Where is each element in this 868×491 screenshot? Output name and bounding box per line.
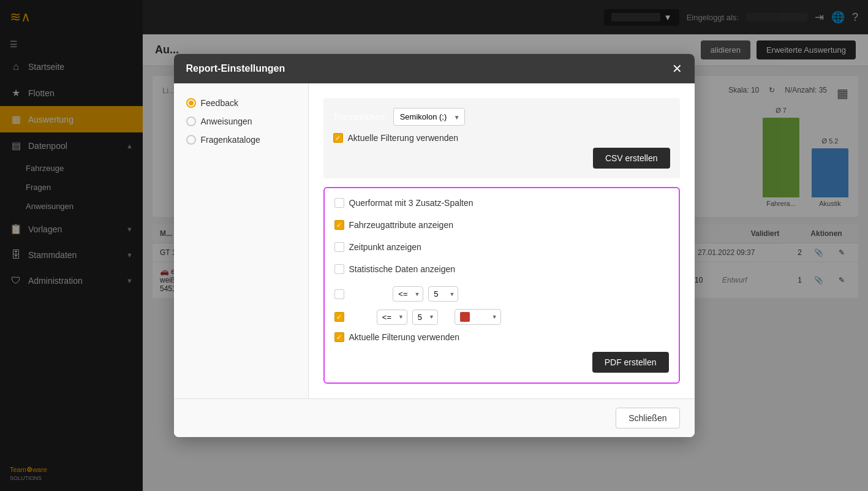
zeitpunkt-checkbox[interactable] — [334, 242, 344, 252]
modal-close-footer-button[interactable]: Schließen — [616, 408, 679, 428]
radio-circle-fragenkataloge — [186, 135, 196, 145]
modal-body: Feedback Anweisungen Fragenkataloge Tren… — [174, 83, 695, 398]
trennzeichen-label: Trennzeichen: — [333, 112, 387, 122]
modal-left-panel: Feedback Anweisungen Fragenkataloge — [174, 83, 309, 398]
csv-aktuelle-filter-row[interactable]: ✓ Aktuelle Filterung verwenden — [333, 133, 670, 143]
pdf-options: Querformat mit 3 Zusatz-Spalten ✓ Fahrze… — [334, 198, 669, 347]
radio-circle-feedback — [186, 98, 196, 108]
querformat-row[interactable]: Querformat mit 3 Zusatz-Spalten — [334, 198, 669, 208]
statistik-label: Statistische Daten anzeigen — [349, 264, 456, 274]
color-dot-red — [460, 312, 470, 322]
pdf-filter-row[interactable]: ✓ Aktuelle Filterung verwenden — [334, 332, 669, 342]
trennzeichen-select-wrapper: Semikolon (;) Komma (,) Tab — [393, 108, 465, 126]
noten-row: ✓ Noten <=>== 512346 — [334, 309, 669, 325]
querformat-label: Querformat mit 3 Zusatz-Spalten — [349, 198, 474, 208]
csv-section: Trennzeichen: Semikolon (;) Komma (,) Ta… — [323, 98, 680, 178]
nur-noten-label: Nur Noten — [349, 289, 388, 299]
modal-right-panel: Trennzeichen: Semikolon (;) Komma (,) Ta… — [309, 83, 695, 398]
radio-dot-feedback — [189, 101, 194, 105]
noten-checkbox[interactable]: ✓ — [334, 312, 344, 322]
modal-close-button[interactable]: ✕ — [672, 63, 682, 75]
radio-feedback[interactable]: Feedback — [186, 98, 296, 108]
noten-op-wrapper: <=>== — [377, 310, 407, 325]
color-chevron-icon: ▼ — [492, 314, 497, 320]
noten-in-label: in — [443, 312, 450, 322]
report-settings-modal: Report-Einstellungen ✕ Feedback Anweisun… — [174, 54, 695, 437]
noten-val-wrapper: 512346 — [412, 310, 438, 325]
querformat-checkbox[interactable] — [334, 198, 344, 208]
radio-fragenkataloge[interactable]: Fragenkataloge — [186, 135, 296, 145]
nur-noten-op-wrapper: <=>== — [393, 286, 423, 302]
pdf-create-button[interactable]: PDF erstellen — [592, 352, 669, 373]
noten-color-wrapper: Rot ▼ — [455, 309, 501, 325]
csv-filter-checkbox[interactable]: ✓ — [333, 133, 343, 143]
trennzeichen-row: Trennzeichen: Semikolon (;) Komma (,) Ta… — [333, 108, 670, 126]
csv-create-button[interactable]: CSV erstellen — [593, 148, 670, 169]
modal-footer: Schließen — [174, 398, 695, 437]
trennzeichen-select[interactable]: Semikolon (;) Komma (,) Tab — [393, 108, 465, 126]
zeitpunkt-row[interactable]: Zeitpunkt anzeigen — [334, 242, 669, 252]
modal-title: Report-Einstellungen — [186, 63, 285, 74]
nur-noten-val-wrapper: 51234678910 — [428, 286, 458, 302]
pdf-filter-checkbox[interactable]: ✓ — [334, 332, 344, 342]
noten-anzeigen-label: anzeigen — [506, 312, 541, 322]
radio-label-fragenkataloge: Fragenkataloge — [201, 135, 260, 145]
nur-noten-val-select[interactable]: 51234678910 — [428, 286, 458, 302]
fahrzeugattribute-row[interactable]: ✓ Fahrzeugattribute anzeigen — [334, 220, 669, 230]
pdf-section: Querformat mit 3 Zusatz-Spalten ✓ Fahrze… — [323, 187, 680, 384]
nur-noten-checkbox[interactable] — [334, 289, 344, 299]
noten-label: Noten — [349, 312, 372, 322]
radio-circle-anweisungen — [186, 116, 196, 126]
csv-filter-label: Aktuelle Filterung verwenden — [348, 133, 459, 143]
radio-anweisungen[interactable]: Anweisungen — [186, 116, 296, 126]
pdf-filter-label: Aktuelle Filterung verwenden — [349, 332, 460, 342]
fahrzeugattribute-label: Fahrzeugattribute anzeigen — [349, 220, 453, 230]
nur-noten-op-select[interactable]: <=>== — [393, 286, 423, 302]
csv-actions: CSV erstellen — [333, 148, 670, 169]
radio-label-feedback: Feedback — [201, 98, 238, 108]
noten-color-select[interactable]: Rot ▼ — [455, 309, 501, 325]
statistik-row[interactable]: Statistische Daten anzeigen — [334, 264, 669, 274]
fahrzeugattribute-checkbox[interactable]: ✓ — [334, 220, 344, 230]
radio-label-anweisungen: Anweisungen — [201, 116, 252, 126]
modal-overlay[interactable]: Report-Einstellungen ✕ Feedback Anweisun… — [0, 0, 868, 491]
noten-op-select[interactable]: <=>== — [377, 310, 407, 325]
pdf-actions: PDF erstellen — [334, 352, 669, 373]
zeitpunkt-label: Zeitpunkt anzeigen — [349, 242, 421, 252]
noten-val-select[interactable]: 512346 — [412, 310, 438, 325]
noten-color-label: Rot — [472, 312, 486, 322]
nur-noten-row: Nur Noten <=>== 51234678910 — [334, 286, 669, 302]
statistik-checkbox[interactable] — [334, 264, 344, 274]
modal-header: Report-Einstellungen ✕ — [174, 54, 695, 83]
